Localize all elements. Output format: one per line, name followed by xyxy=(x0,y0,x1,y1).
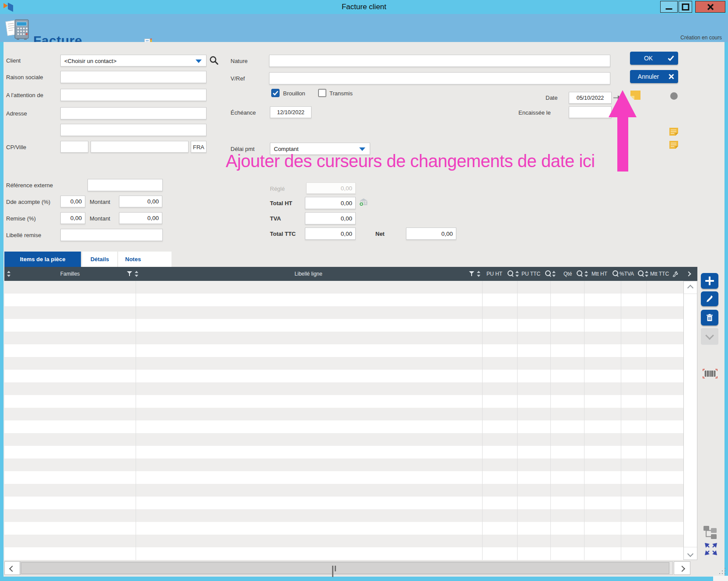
ville-field[interactable] xyxy=(91,141,189,153)
sort-icon[interactable] xyxy=(135,271,138,277)
table-row[interactable] xyxy=(4,509,683,522)
column-search-icon[interactable] xyxy=(577,270,582,276)
sort-icon[interactable] xyxy=(645,271,648,277)
column-search-icon[interactable] xyxy=(545,270,551,276)
raison-sociale-field[interactable] xyxy=(60,71,206,83)
table-row[interactable] xyxy=(4,547,683,560)
tva-field[interactable] xyxy=(305,212,356,224)
expand-table-button[interactable] xyxy=(704,542,718,556)
bank-add-icon[interactable] xyxy=(359,198,368,206)
column-config-wrench-icon[interactable] xyxy=(673,271,678,279)
scroll-down-button[interactable] xyxy=(684,547,697,560)
cp-field[interactable] xyxy=(60,141,88,153)
add-row-button[interactable] xyxy=(701,273,718,289)
sort-icon[interactable] xyxy=(477,271,480,277)
sort-icon[interactable] xyxy=(515,271,519,277)
scroll-up-button[interactable] xyxy=(684,281,697,294)
table-row[interactable] xyxy=(4,471,683,484)
net-field[interactable] xyxy=(406,228,456,240)
table-row[interactable] xyxy=(4,370,683,382)
client-search-icon[interactable] xyxy=(209,56,219,66)
reference-externe-field[interactable] xyxy=(88,179,163,191)
table-row[interactable] xyxy=(4,382,683,395)
column-search-icon[interactable] xyxy=(638,270,644,276)
chevron-right-icon xyxy=(679,566,685,572)
client-combobox[interactable]: <Choisir un contact> xyxy=(60,55,206,66)
scroll-left-button[interactable] xyxy=(4,561,20,575)
date-field[interactable] xyxy=(569,92,612,104)
table-row[interactable] xyxy=(4,484,683,497)
table-row[interactable] xyxy=(4,281,683,294)
nature-field[interactable] xyxy=(269,55,610,67)
barcode-scan-icon[interactable] xyxy=(703,369,718,378)
vertical-scrollbar[interactable] xyxy=(683,281,697,560)
total-ttc-field[interactable] xyxy=(305,228,356,240)
dde-acompte-field[interactable] xyxy=(60,196,85,207)
table-row[interactable] xyxy=(4,433,683,446)
header-more-columns-icon[interactable] xyxy=(686,271,691,276)
encaissee-field[interactable] xyxy=(569,106,612,118)
sort-icon[interactable] xyxy=(584,271,588,277)
table-row[interactable] xyxy=(4,408,683,420)
table-row[interactable] xyxy=(4,446,683,458)
filter-funnel-icon[interactable] xyxy=(127,271,132,276)
tab-details[interactable]: Détails xyxy=(82,252,117,267)
table-row[interactable] xyxy=(4,319,683,332)
table-row[interactable] xyxy=(4,458,683,471)
tree-view-button[interactable] xyxy=(703,525,718,540)
table-row[interactable] xyxy=(4,535,683,547)
remise-label: Remise (%) xyxy=(6,215,36,222)
maximize-button[interactable] xyxy=(679,1,692,13)
table-row[interactable] xyxy=(4,357,683,370)
client-dropdown-caret-icon[interactable] xyxy=(196,60,202,63)
total-ht-field[interactable] xyxy=(305,197,356,209)
table-row[interactable] xyxy=(4,294,683,306)
table-row[interactable] xyxy=(4,306,683,319)
client-combobox-value: <Choisir un contact> xyxy=(64,57,116,64)
resize-grip-icon[interactable] xyxy=(719,568,727,575)
acompte-montant-field[interactable] xyxy=(119,196,162,207)
horizontal-scrollbar-track[interactable] xyxy=(20,561,673,575)
libelle-remise-field[interactable] xyxy=(60,229,163,241)
transmis-checkbox[interactable] xyxy=(318,89,326,97)
column-header-label: Libellé ligne xyxy=(144,267,472,281)
brouillon-checkbox[interactable] xyxy=(271,89,280,97)
nature-label: Nature xyxy=(231,58,248,64)
move-down-button[interactable] xyxy=(701,328,718,345)
transmis-checkbox-label: Transmis xyxy=(329,90,353,97)
annuler-button[interactable]: Annuler xyxy=(630,70,678,83)
close-button[interactable] xyxy=(695,1,725,13)
tab-notes[interactable]: Notes xyxy=(118,252,172,267)
minimize-button[interactable] xyxy=(660,1,678,13)
remise-field[interactable] xyxy=(60,212,85,224)
sort-icon[interactable] xyxy=(7,271,10,277)
delai-pmt-caret-icon[interactable] xyxy=(359,147,365,151)
horizontal-scrollbar-thumb[interactable] xyxy=(21,562,669,574)
resize-corner[interactable] xyxy=(713,576,728,581)
remise-montant-field[interactable] xyxy=(119,212,162,224)
table-row[interactable] xyxy=(4,332,683,344)
column-search-icon[interactable] xyxy=(612,270,618,276)
column-search-icon[interactable] xyxy=(508,270,513,276)
encaissee-label: Encaissée le xyxy=(518,109,551,116)
attention-field[interactable] xyxy=(60,89,206,101)
adresse-field-1[interactable] xyxy=(60,107,206,119)
vref-field[interactable] xyxy=(269,72,610,84)
table-row[interactable] xyxy=(4,497,683,509)
chevron-up-icon xyxy=(687,285,693,291)
table-row[interactable] xyxy=(4,395,683,408)
sort-icon[interactable] xyxy=(552,271,556,277)
echeance-field[interactable] xyxy=(270,106,312,118)
sticky-note-icon[interactable] xyxy=(669,128,678,136)
edit-row-button[interactable] xyxy=(701,291,718,306)
delete-row-button[interactable] xyxy=(701,310,718,326)
adresse-field-2[interactable] xyxy=(60,124,206,136)
table-row[interactable] xyxy=(4,344,683,357)
scroll-right-button[interactable] xyxy=(674,561,690,575)
table-row[interactable] xyxy=(4,420,683,433)
tab-items-de-la-piece[interactable]: Items de la pièce xyxy=(4,252,81,267)
ok-button[interactable]: OK xyxy=(630,52,678,65)
table-row[interactable] xyxy=(4,522,683,535)
filter-funnel-icon[interactable] xyxy=(469,271,474,276)
sticky-note-icon[interactable] xyxy=(669,141,678,149)
